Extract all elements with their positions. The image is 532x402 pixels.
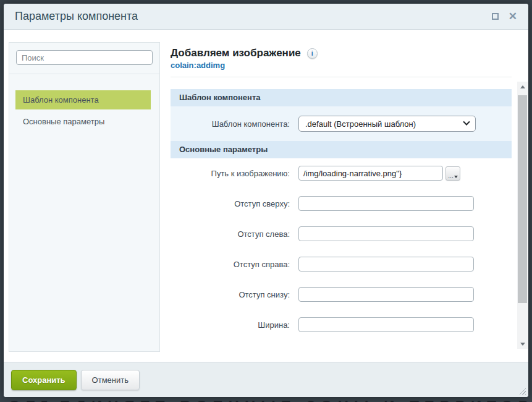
template-select-label: Шаблон компонента:	[171, 119, 298, 129]
dialog-footer: Сохранить Отменить	[4, 362, 528, 397]
ellipsis-icon: ...	[448, 174, 453, 179]
image-path-label: Путь к изображению:	[171, 169, 298, 178]
field-row-image-path: Путь к изображению: ...	[171, 158, 512, 189]
main-form-area: Добавляем изображение i colain:addimg Ша…	[171, 43, 512, 340]
dialog-title: Параметры компонента	[4, 10, 138, 23]
margin-top-label: Отступ сверху:	[171, 199, 298, 208]
section-header-basic: Основные параметры	[171, 141, 512, 158]
browse-button[interactable]: ...	[445, 166, 460, 181]
scroll-up-icon[interactable]	[517, 82, 528, 92]
field-row-margin-right: Отступ справа:	[171, 249, 512, 280]
margin-bottom-label: Отступ снизу:	[171, 290, 298, 299]
page-title: Добавляем изображение	[171, 47, 301, 59]
heading-divider	[171, 77, 512, 77]
margin-right-input[interactable]	[298, 257, 474, 272]
image-path-input[interactable]	[298, 166, 443, 181]
section-header-template: Шаблон компонента	[171, 89, 512, 106]
template-select-value: .default (Встроенный шаблон)	[305, 119, 416, 129]
scroll-down-icon[interactable]	[517, 339, 528, 349]
dropdown-arrow-icon	[454, 176, 458, 178]
vertical-scrollbar[interactable]	[517, 82, 528, 349]
template-select[interactable]: .default (Встроенный шаблон)	[298, 116, 476, 132]
component-id-link[interactable]: colain:addimg	[171, 61, 512, 71]
sidebar-item-component-template[interactable]: Шаблон компонента	[15, 90, 151, 109]
cancel-button[interactable]: Отменить	[81, 370, 140, 390]
sidebar: Шаблон компонента Основные параметры	[9, 42, 160, 352]
background-page-text: ОБЪЕДИНЯЕТ ВОЕННЫЕ ЗОНЫ И ТЕРРИТОРИЯ ВОЗ…	[9, 397, 532, 402]
resize-grip[interactable]	[518, 387, 526, 395]
margin-left-input[interactable]	[298, 226, 474, 241]
search-input[interactable]	[16, 50, 153, 65]
sidebar-items: Шаблон компонента Основные параметры	[9, 90, 159, 131]
margin-bottom-input[interactable]	[298, 287, 474, 302]
margin-left-label: Отступ слева:	[171, 229, 298, 239]
chevron-down-icon	[463, 119, 470, 126]
margin-right-label: Отступ справа:	[171, 260, 298, 269]
save-button[interactable]: Сохранить	[11, 370, 77, 390]
close-icon[interactable]: ✕	[509, 11, 517, 22]
scrollbar-thumb[interactable]	[518, 95, 527, 303]
field-row-margin-top: Отступ сверху:	[171, 189, 512, 219]
width-label: Ширина:	[171, 320, 298, 330]
maximize-icon[interactable]	[492, 13, 499, 20]
field-row-margin-bottom: Отступ снизу:	[171, 280, 512, 310]
sidebar-item-basic-parameters[interactable]: Основные параметры	[15, 112, 151, 131]
info-icon[interactable]: i	[307, 48, 318, 59]
margin-top-input[interactable]	[298, 196, 474, 211]
field-row-margin-left: Отступ слева:	[171, 219, 512, 249]
component-parameters-dialog: Параметры компонента ✕ Шаблон компонента…	[4, 4, 528, 397]
width-input[interactable]	[298, 317, 474, 332]
sidebar-divider	[9, 74, 159, 74]
dialog-header: Параметры компонента ✕	[4, 4, 528, 30]
field-row-width: Ширина:	[171, 310, 512, 340]
window-controls: ✕	[492, 11, 528, 22]
template-select-row: Шаблон компонента: .default (Встроенный …	[171, 106, 512, 141]
